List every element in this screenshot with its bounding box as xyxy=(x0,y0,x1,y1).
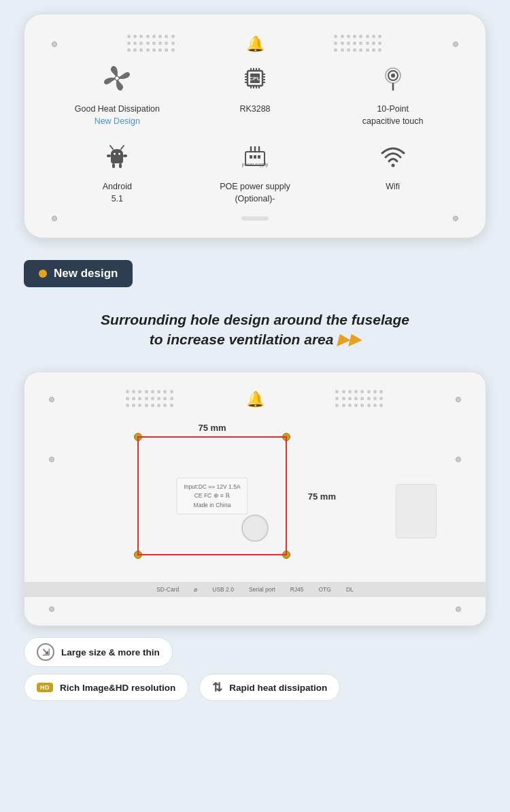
svg-point-28 xyxy=(118,153,120,155)
rapid-heat-label: Rapid heat dissipation xyxy=(229,683,327,693)
port-rj45: RJ45 xyxy=(290,586,304,593)
port-serial: Serial port xyxy=(249,586,275,593)
poe-icon: power supply xyxy=(240,141,270,176)
badge-dot xyxy=(39,270,47,278)
port-headphone: ⌀ xyxy=(194,586,197,593)
touch-icon xyxy=(378,63,408,98)
device-panel-front: for(let i=0;i<24;i++) document.write('<d… xyxy=(24,14,486,238)
badge-label: New design xyxy=(54,267,118,280)
heat-icon: ⇅ xyxy=(212,680,222,695)
svg-rect-30 xyxy=(119,163,122,168)
port-sdcard: SD-Card xyxy=(156,586,179,593)
android-icon xyxy=(102,141,132,176)
speaker-left: for(let i=0;i<24;i++) document.write('<d… xyxy=(127,35,176,54)
hd-label: Rich Image&HD resolution xyxy=(60,683,175,693)
back-screw-br xyxy=(456,606,461,612)
feature-touch: 10-Point capacitive touch xyxy=(327,63,458,127)
hanging-hook: 🔔 xyxy=(246,35,265,53)
svg-rect-39 xyxy=(258,155,260,159)
corner-screw-tr xyxy=(453,42,458,47)
feature-cpu-label: RK3288 xyxy=(239,103,270,116)
back-speaker-right: for(let i=0;i<24;i++) document.write('<d… xyxy=(335,390,384,409)
cpu-icon: CPU xyxy=(240,63,270,98)
wifi-icon xyxy=(378,141,408,176)
svg-point-21 xyxy=(391,74,395,78)
corner-screw-bl xyxy=(52,216,57,221)
speaker-right: for(let i=0;i<24;i++) document.write('<d… xyxy=(334,35,383,54)
badge-large-size: ⇲ Large size & more thin xyxy=(24,637,173,667)
svg-text:CPU: CPU xyxy=(250,76,261,82)
feature-poe-label: POE power supply (Optional)- xyxy=(220,181,290,205)
feature-heat-dissipation: Good Heat Dissipation New Design xyxy=(52,63,183,127)
port-dl: DL xyxy=(346,586,354,593)
side-screw-right xyxy=(456,457,461,462)
feature-android: Android 5.1 xyxy=(52,141,183,205)
feature-poe: power supply POE power supply (Optional)… xyxy=(190,141,321,205)
side-screw-left xyxy=(49,457,54,462)
feature-android-label: Android 5.1 xyxy=(103,181,132,205)
compliance-sticker: Input:DC == 12V 1.5A CE FC ⊕ ≡ ℝ Made in… xyxy=(176,477,248,515)
large-size-label: Large size & more thin xyxy=(61,647,160,657)
svg-line-26 xyxy=(121,146,124,149)
device-panel-back: for(let i=0;i<24;i++) document.write('<d… xyxy=(24,372,486,626)
svg-rect-38 xyxy=(254,155,256,159)
fan-icon xyxy=(102,63,132,98)
port-strip: SD-Card ⌀ USB 2.0 Serial port RJ45 OTG D… xyxy=(24,582,486,597)
bottom-connector xyxy=(241,216,269,221)
svg-rect-29 xyxy=(112,163,115,168)
back-screw-bl xyxy=(49,606,54,612)
svg-point-1 xyxy=(116,77,119,80)
new-design-badge: New design xyxy=(24,260,133,287)
badge-hd-resolution: HD Rich Image&HD resolution xyxy=(24,674,188,701)
port-usb: USB 2.0 xyxy=(212,586,234,593)
svg-point-41 xyxy=(391,164,394,167)
measure-right-label: 75 mm xyxy=(308,491,336,501)
back-circle xyxy=(241,515,269,542)
back-hook: 🔔 xyxy=(246,391,265,408)
resize-icon: ⇲ xyxy=(37,643,54,661)
port-otg: OTG xyxy=(319,586,331,593)
feature-wifi: Wifi xyxy=(327,141,458,205)
svg-rect-31 xyxy=(107,155,111,157)
feature-cpu: CPU xyxy=(190,63,321,127)
back-screw-tr xyxy=(456,397,461,402)
svg-text:power supply: power supply xyxy=(242,162,269,167)
back-speaker-left: for(let i=0;i<24;i++) document.write('<d… xyxy=(126,390,175,409)
back-right-box xyxy=(396,484,437,538)
svg-rect-37 xyxy=(250,155,252,159)
back-screw-tl xyxy=(49,397,54,402)
feature-wifi-label: Wifi xyxy=(386,181,400,193)
arrow-icon: ▶▶ xyxy=(337,331,360,348)
badge-rapid-heat: ⇅ Rapid heat dissipation xyxy=(199,674,340,701)
features-grid: Good Heat Dissipation New Design CPU xyxy=(52,63,458,205)
svg-point-27 xyxy=(114,153,116,155)
measure-top-label: 75 mm xyxy=(198,423,226,433)
svg-rect-32 xyxy=(123,155,127,157)
svg-line-25 xyxy=(110,146,113,149)
hd-icon: HD xyxy=(37,683,53,692)
feature-heat-label: Good Heat Dissipation New Design xyxy=(75,103,160,127)
feature-touch-label: 10-Point capacitive touch xyxy=(362,103,424,127)
section-heading: Surrounding hole design around the fusel… xyxy=(24,310,486,350)
corner-screw-br xyxy=(453,216,458,221)
corner-screw-tl xyxy=(52,42,57,47)
